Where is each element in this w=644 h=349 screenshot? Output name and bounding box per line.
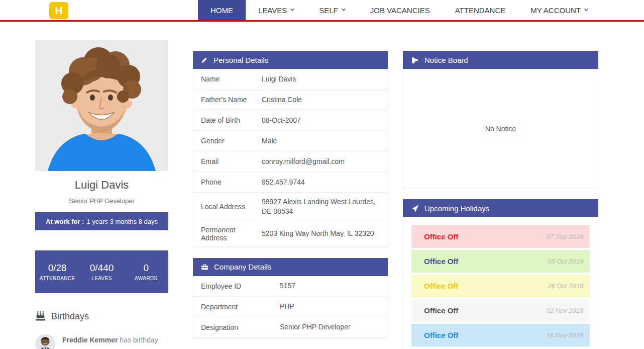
nav-item-label: JOB VACANCIES bbox=[370, 6, 430, 15]
detail-label: Designation bbox=[201, 323, 280, 331]
stat-value: 0/440 bbox=[79, 263, 124, 274]
detail-label: Employee ID bbox=[201, 282, 280, 290]
detail-row: Email conroy.milford@gmail.com bbox=[193, 151, 387, 172]
nav-item[interactable]: HOME bbox=[198, 0, 246, 20]
at-work-label: At work for : bbox=[46, 218, 84, 225]
detail-value: 5157 bbox=[280, 281, 380, 291]
details-column: Personal Details Name Luigi Davis Father… bbox=[193, 51, 388, 338]
profile-photo bbox=[35, 40, 168, 171]
stat-item: 0 AWARDS bbox=[124, 263, 168, 281]
detail-label: Name bbox=[201, 75, 262, 83]
main-nav: HOME LEAVES SELF JOB VACANCIES ATTENDANC… bbox=[198, 0, 600, 20]
birthdays-title: Birthdays bbox=[51, 311, 89, 322]
detail-row: Local Address 98927 Alexis Landing West … bbox=[193, 193, 387, 221]
holiday-date: 16 Nov 2018 bbox=[546, 331, 583, 339]
no-notice-text: No Notice bbox=[485, 125, 516, 133]
nav-item[interactable]: JOB VACANCIES bbox=[358, 0, 443, 20]
notice-board-panel: Notice Board No Notice bbox=[403, 51, 598, 189]
pencil-icon bbox=[200, 56, 208, 64]
holiday-date: 26 Oct 2018 bbox=[548, 282, 583, 290]
detail-value: Senior PHP Developer bbox=[280, 322, 380, 332]
chevron-down-icon bbox=[342, 7, 346, 11]
page-content: Luigi Davis Senior PHP Developer At work… bbox=[0, 22, 644, 349]
detail-label: Father's Name bbox=[201, 96, 262, 104]
notice-board-title: Notice Board bbox=[424, 56, 468, 64]
stats-box: 0/28 ATTENDANCE 0/440 LEAVES 0 AWARDS bbox=[35, 250, 168, 293]
detail-value: 08-Oct-2007 bbox=[262, 116, 380, 125]
personal-details-title: Personal Details bbox=[213, 56, 268, 64]
profile-designation: Senior PHP Developer bbox=[35, 197, 168, 205]
nav-item-label: ATTENDANCE bbox=[455, 6, 506, 15]
detail-label: Local Address bbox=[201, 203, 262, 211]
profile-sidebar: Luigi Davis Senior PHP Developer At work… bbox=[35, 40, 168, 349]
detail-label: Date of Birth bbox=[201, 116, 262, 124]
holiday-title: Office Off bbox=[424, 257, 458, 266]
briefcase-icon bbox=[200, 263, 209, 271]
holiday-list: Office Off 07 Sep 2018 Office Off 05 Oct… bbox=[403, 217, 598, 349]
detail-row: Employee ID 5157 bbox=[193, 276, 387, 297]
holiday-row: Office Off 07 Sep 2018 bbox=[411, 225, 590, 248]
detail-row: Permanent Address 5203 King Way North Ma… bbox=[193, 221, 387, 247]
stat-value: 0 bbox=[124, 263, 168, 274]
stat-label: ATTENDANCE bbox=[35, 276, 79, 281]
personal-details-table: Name Luigi Davis Father's Name Cristina … bbox=[193, 69, 388, 247]
nav-item[interactable]: ATTENDANCE bbox=[443, 0, 518, 20]
stat-label: LEAVES bbox=[79, 276, 124, 281]
holiday-row: Office Off 26 Oct 2018 bbox=[411, 275, 590, 297]
detail-value: PHP bbox=[280, 302, 380, 311]
board-column: Notice Board No Notice Upcoming Holidays… bbox=[403, 51, 598, 349]
bullhorn-icon bbox=[410, 56, 419, 64]
detail-row: Designation Senior PHP Developer bbox=[193, 317, 387, 338]
holiday-title: Office Off bbox=[424, 331, 458, 339]
detail-row: Name Luigi Davis bbox=[193, 69, 387, 90]
birthday-avatar bbox=[35, 334, 55, 349]
stat-item: 0/440 LEAVES bbox=[79, 263, 124, 281]
nav-item-label: LEAVES bbox=[258, 6, 287, 15]
nav-item[interactable]: LEAVES bbox=[246, 0, 306, 20]
stat-value: 0/28 bbox=[35, 263, 79, 274]
detail-label: Email bbox=[201, 157, 262, 165]
holiday-title: Office Off bbox=[424, 232, 458, 241]
holiday-row: Office Off 02 Nov 2018 bbox=[411, 299, 590, 322]
holiday-row: Office Off 05 Oct 2018 bbox=[411, 250, 590, 273]
nav-item-label: SELF bbox=[319, 6, 338, 15]
detail-row: Gender Male bbox=[193, 131, 387, 151]
notice-board-header: Notice Board bbox=[403, 51, 598, 69]
holiday-date: 02 Nov 2018 bbox=[546, 307, 583, 314]
profile-name: Luigi Davis bbox=[35, 179, 168, 192]
detail-label: Permanent Address bbox=[201, 226, 262, 242]
top-navbar: H HOME LEAVES SELF JOB VACANCIES bbox=[0, 0, 644, 22]
company-details-title: Company Details bbox=[214, 263, 271, 271]
holiday-date: 05 Oct 2018 bbox=[548, 257, 583, 265]
nav-item[interactable]: SELF bbox=[306, 0, 358, 20]
company-details-table: Employee ID 5157 Department PHP Designat… bbox=[193, 276, 388, 338]
birthday-text: Freddie Kemmer has birthday on bbox=[62, 334, 163, 349]
personal-details-panel: Personal Details Name Luigi Davis Father… bbox=[193, 51, 388, 247]
nav-item-label: MY ACCOUNT bbox=[530, 6, 581, 15]
personal-details-header: Personal Details bbox=[193, 51, 388, 69]
notice-board-body: No Notice bbox=[403, 69, 598, 189]
upcoming-holidays-title: Upcoming Holidays bbox=[424, 204, 489, 213]
nav-item[interactable]: MY ACCOUNT bbox=[518, 0, 600, 20]
detail-row: Date of Birth 08-Oct-2007 bbox=[193, 110, 387, 131]
birthday-cake-icon bbox=[35, 311, 46, 322]
detail-row: Phone 952.457.9744 bbox=[193, 172, 387, 193]
birthday-list: Freddie Kemmer has birthday on bbox=[35, 334, 168, 349]
holiday-row: Office Off 16 Nov 2018 bbox=[411, 324, 590, 346]
company-details-header: Company Details bbox=[193, 258, 388, 276]
detail-value: Cristina Cole bbox=[262, 95, 380, 105]
detail-value: Luigi Davis bbox=[262, 74, 380, 84]
at-work-value: 1 years 3 months 8 days bbox=[86, 218, 158, 225]
holiday-title: Office Off bbox=[424, 306, 458, 315]
upcoming-holidays-header: Upcoming Holidays bbox=[403, 199, 598, 217]
detail-label: Gender bbox=[201, 137, 262, 145]
detail-row: Father's Name Cristina Cole bbox=[193, 90, 387, 110]
detail-label: Phone bbox=[201, 178, 262, 186]
brand-logo[interactable]: H bbox=[49, 2, 68, 19]
detail-row: Department PHP bbox=[193, 297, 387, 317]
detail-value: 98927 Alexis Landing West Lourdes, DE 08… bbox=[262, 197, 380, 216]
paper-plane-icon bbox=[410, 204, 419, 213]
detail-value: conroy.milford@gmail.com bbox=[262, 157, 380, 166]
detail-value: Male bbox=[262, 136, 380, 146]
company-details-panel: Company Details Employee ID 5157 Departm… bbox=[193, 258, 388, 338]
